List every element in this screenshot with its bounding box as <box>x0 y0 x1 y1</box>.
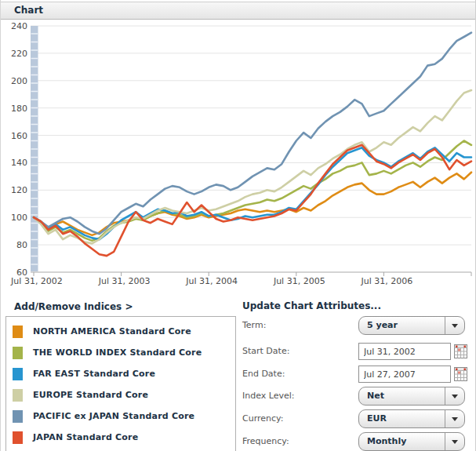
x-axis-label: Jul 31, 2002 <box>10 276 63 286</box>
legend-swatch-japan <box>13 431 23 444</box>
frequency-value: Monthly <box>359 433 445 450</box>
y-axis-label: 100 <box>11 213 27 223</box>
chevron-down-icon <box>445 317 464 334</box>
legend-swatch-europe <box>13 389 23 402</box>
chevron-down-icon <box>445 410 464 427</box>
y-axis-label: 200 <box>11 76 27 86</box>
legend-label: PACIFIC ex JAPAN Standard Core <box>33 411 194 421</box>
legend-item: PACIFIC ex JAPAN Standard Core <box>6 406 235 427</box>
update-attributes-title: Update Chart Attributes... <box>242 300 381 311</box>
legend-label: NORTH AMERICA Standard Core <box>33 326 191 336</box>
term-value: 5 year <box>359 317 445 334</box>
add-remove-indices-link[interactable]: Add/Remove Indices > <box>14 301 133 312</box>
y-axis-label: 120 <box>11 185 27 195</box>
index-level-dropdown[interactable]: Net <box>358 387 465 406</box>
legend-swatch-world-index <box>13 347 23 359</box>
currency-value: EUR <box>359 410 445 427</box>
currency-label: Currency: <box>242 413 283 424</box>
chart-legend: NORTH AMERICA Standard Core THE WORLD IN… <box>5 316 236 451</box>
legend-swatch-far-east <box>13 368 23 380</box>
legend-item: EUROPE Standard Core <box>6 384 235 406</box>
end-date-calendar-button[interactable] <box>454 367 467 381</box>
y-axis-label: 80 <box>16 240 27 250</box>
index-level-label: Index Level: <box>242 391 295 401</box>
chevron-down-icon <box>445 387 464 405</box>
end-date-label: End Date: <box>242 369 285 379</box>
start-date-label: Start Date: <box>242 346 289 356</box>
lower-panel: Add/Remove Indices > NORTH AMERICA Stand… <box>1 294 475 451</box>
legend-label: FAR EAST Standard Core <box>33 369 155 379</box>
index-performance-chart: 6080100120140160180200220240Jul 31, 2002… <box>1 20 476 294</box>
y-axis-label: 180 <box>11 104 27 114</box>
legend-swatch-pacific-ex-japan <box>13 410 23 423</box>
end-date-input[interactable] <box>358 366 451 383</box>
series-line-the-world-index-standard-core <box>34 141 471 241</box>
x-axis-label: Jul 31, 2005 <box>273 276 325 286</box>
legend-swatch-north-america <box>13 326 23 338</box>
panel-title: Chart <box>1 2 475 19</box>
start-date-calendar-button[interactable] <box>454 344 467 358</box>
x-axis-label: Jul 31, 2006 <box>361 276 413 286</box>
term-label: Term: <box>242 320 266 330</box>
y-axis-label: 240 <box>11 21 27 31</box>
legend-item: THE WORLD INDEX Standard Core <box>6 342 235 363</box>
x-axis-label: Jul 31, 2003 <box>98 276 151 286</box>
calendar-icon <box>454 367 467 381</box>
legend-label: JAPAN Standard Core <box>33 432 138 442</box>
legend-item: NORTH AMERICA Standard Core <box>6 321 235 342</box>
x-axis-label: Jul 31, 2004 <box>185 276 238 286</box>
legend-label: THE WORLD INDEX Standard Core <box>33 347 202 358</box>
index-level-value: Net <box>359 387 445 405</box>
legend-item: FAR EAST Standard Core <box>6 363 235 384</box>
panel-header: Chart <box>1 2 475 20</box>
y-axis-label: 160 <box>11 131 27 141</box>
legend-item: JAPAN Standard Core <box>6 427 235 448</box>
legend-label: EUROPE Standard Core <box>33 390 148 400</box>
frequency-dropdown[interactable]: Monthly <box>358 432 465 451</box>
currency-dropdown[interactable]: EUR <box>358 409 465 428</box>
chart-panel: Chart 6080100120140160180200220240Jul 31… <box>0 0 476 451</box>
y-axis-label: 140 <box>11 158 27 168</box>
frequency-label: Frequency: <box>242 436 289 446</box>
term-dropdown[interactable]: 5 year <box>358 316 465 335</box>
calendar-icon <box>454 344 467 358</box>
start-date-input[interactable] <box>358 343 451 360</box>
chevron-down-icon <box>445 433 464 450</box>
y-axis-label: 220 <box>11 49 27 59</box>
